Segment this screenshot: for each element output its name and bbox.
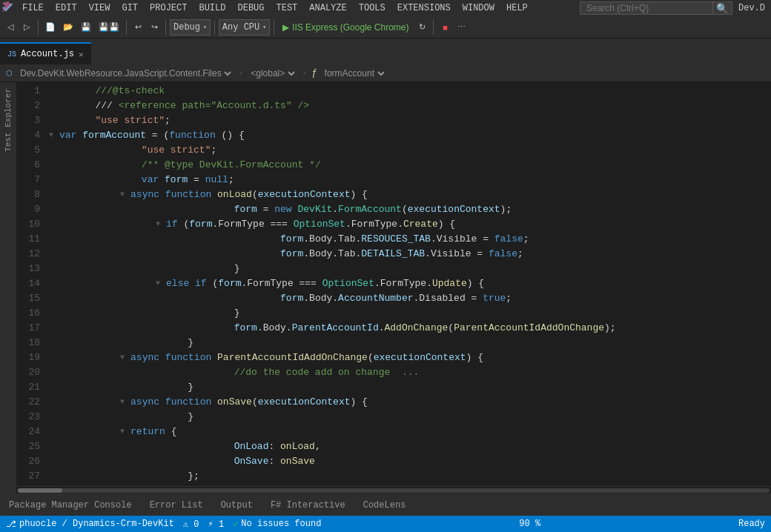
redo-btn[interactable]: ↪ [147,19,162,36]
search-button[interactable]: 🔍 [713,1,732,15]
code-token: var [142,173,165,187]
code-token [49,365,234,380]
bottom-panel: Package Manager ConsoleError ListOutputF… [0,493,771,516]
code-token: executionContext [258,395,351,410]
run-button[interactable]: ▶ IIS Express (Google Chrome) [278,21,413,34]
line-number-16: 16 [22,306,40,321]
menu-item-project[interactable]: PROJECT [144,0,193,16]
open-btn[interactable]: 📂 [60,19,76,36]
code-token: ; [517,247,523,262]
code-token: onLoad [217,187,252,202]
code-token: executionContext [258,187,351,202]
code-line-3: "use strict"; [49,113,761,128]
code-token: OnLoad [234,439,269,454]
stop-btn[interactable]: ■ [437,19,452,36]
menu-item-analyze[interactable]: ANALYZE [303,0,352,16]
sep6 [433,20,434,35]
no-issues[interactable]: ✓No issues found [233,519,321,530]
zoom-level[interactable]: 90 % [519,519,540,529]
side-strip: Test Explorer [0,82,16,493]
menu-item-git[interactable]: GIT [116,0,144,16]
bottom-tab-f#-interactive[interactable]: F# Interactive [262,494,354,516]
debug-config-dropdown[interactable]: Debug ▾ [170,19,211,36]
navigate-fwd-btn[interactable]: ▷ [19,19,34,36]
code-token: function [165,395,217,410]
bottom-tab-output[interactable]: Output [212,494,262,516]
breadcrumb-symbol-select[interactable]: formAccount [322,67,387,79]
sep5 [274,20,274,35]
more-btn[interactable]: ⋯ [454,19,469,36]
menu-item-help[interactable]: HELP [500,0,534,16]
code-editor: 1234567891011121314151617181920212223242… [16,82,771,493]
code-line-24: ▼ return { [49,425,761,439]
menu-item-test[interactable]: TEST [271,0,304,16]
code-line-1: ///@ts-check [49,84,761,99]
search-input[interactable] [580,1,713,15]
code-token: ; [211,143,216,158]
code-token: var [59,128,82,143]
line-number-9: 9 [22,202,40,217]
breadcrumb-sep1: › [238,68,243,79]
tab-account-js[interactable]: JS Account.js ✕ [0,42,91,64]
code-token: DETAILS_TAB [361,247,425,262]
code-token: false [494,232,523,247]
bottom-tab-package-manager-console[interactable]: Package Manager Console [0,494,141,516]
code-token: .Visible = [425,247,489,262]
vertical-scrollbar[interactable] [761,82,771,486]
horizontal-scrollbar[interactable] [16,486,771,493]
code-token [49,143,142,158]
bottom-tab-error-list[interactable]: Error List [141,494,212,516]
warning-status[interactable]: ⚡ 1 [208,519,224,530]
undo-btn[interactable]: ↩ [130,19,145,36]
navigate-back-btn[interactable]: ◁ [3,19,18,36]
breadcrumb-scope-select[interactable]: <global> [248,67,297,79]
code-token: ); [604,321,616,336]
menu-item-view[interactable]: VIEW [83,0,116,16]
menu-item-window[interactable]: WINDOW [457,0,500,16]
code-token: form [218,276,241,291]
code-token: new [274,202,297,217]
test-explorer-tab[interactable]: Test Explorer [2,82,14,158]
code-line-25: OnLoad: onLoad, [49,439,761,454]
code-token: } [49,262,239,276]
h-scrollbar-thumb[interactable] [18,488,62,493]
code-token: ParentAccountId [292,321,379,336]
search-area: 🔍 [580,1,732,15]
line-number-19: 19 [22,350,40,365]
error-status[interactable]: ⚠ 0 [183,519,199,530]
code-token: ▼ [49,217,165,232]
code-token: .Disabled = [414,291,483,306]
code-line-11: form.Body.Tab.RESOUCES_TAB.Visible = fal… [49,232,761,247]
code-token: } [49,306,239,321]
editor-area: Test Explorer 12345678910111213141516171… [0,82,771,493]
breadcrumb-project-select[interactable]: Dev.DevKit.WebResource.JavaScript.Conten… [17,67,234,79]
code-token: //do the code add on change ... [234,365,420,380]
git-status[interactable]: ⎇ phuocle / Dynamics-Crm-DevKit [6,519,174,530]
line-number-21: 21 [22,380,40,395]
menu-item-file[interactable]: FILE [16,0,50,16]
code-token [49,232,280,247]
vs-logo [0,0,16,16]
new-file-btn[interactable]: 📄 [42,19,59,36]
menu-item-debug[interactable]: DEBUG [231,0,270,16]
refresh-btn[interactable]: ↻ [414,19,429,36]
save-all-btn[interactable]: 💾💾 [96,19,122,36]
code-line-19: ▼ async function ParentAccountIdAddOnCha… [49,350,761,365]
code-lines[interactable]: ///@ts-check /// <reference path="Accoun… [46,82,761,486]
code-token: ▼ [49,128,58,143]
code-token: ) { [351,395,368,410]
menu-item-edit[interactable]: EDIT [50,0,83,16]
tab-close-btn[interactable]: ✕ [79,50,84,59]
save-btn[interactable]: 💾 [78,19,94,36]
code-token: form [165,173,188,187]
code-line-5: "use strict"; [49,143,761,158]
code-token: @type [165,158,193,173]
cpu-config-dropdown[interactable]: Any CPU ▾ [219,19,270,36]
code-token: ( [448,321,454,336]
menu-item-build[interactable]: BUILD [193,0,231,16]
menu-item-extensions[interactable]: EXTENSIONS [391,0,457,16]
bottom-tab-codelens[interactable]: CodeLens [354,494,415,516]
code-token: : [268,454,280,469]
code-token: .FormType. [345,217,403,232]
menu-item-tools[interactable]: TOOLS [353,0,391,16]
